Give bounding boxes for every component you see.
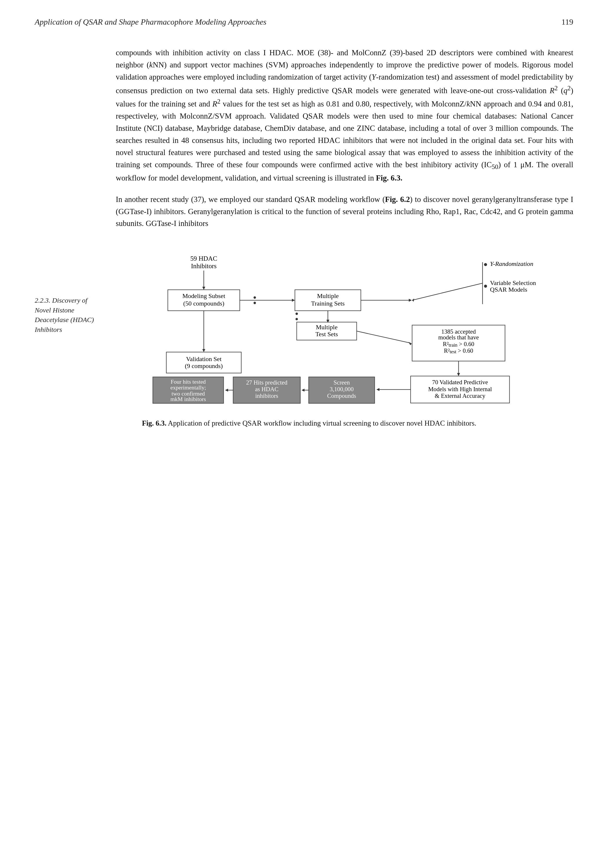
svg-text:Modeling Subset: Modeling Subset — [182, 293, 225, 300]
svg-text:Variable Selection: Variable Selection — [490, 279, 536, 287]
page-header: Application of QSAR and Shape Pharmacoph… — [0, 17, 608, 35]
svg-marker-57 — [225, 389, 228, 391]
svg-point-25 — [484, 263, 487, 266]
svg-text:(50 compounds): (50 compounds) — [183, 300, 224, 307]
svg-point-20 — [295, 318, 298, 320]
svg-line-23 — [357, 331, 410, 343]
svg-text:Multiple: Multiple — [317, 293, 338, 300]
svg-marker-64 — [202, 349, 205, 352]
svg-text:inhibitors: inhibitors — [255, 393, 278, 399]
svg-marker-3 — [202, 287, 205, 290]
svg-text:QSAR Models: QSAR Models — [490, 286, 527, 293]
svg-text:Four hits tested: Four hits tested — [171, 378, 205, 385]
svg-point-27 — [484, 285, 487, 288]
svg-text:Inhibitors: Inhibitors — [191, 262, 216, 270]
sidebar: 2.2.3. Discovery of Novel Histone Deacet… — [35, 47, 116, 429]
figure-container: 59 HDAC Inhibitors Modeling Subset (50 c… — [116, 244, 573, 429]
main-text: compounds with inhibition activity on cl… — [116, 47, 573, 429]
figure-caption-bold: Fig. 6.3. — [142, 419, 167, 427]
svg-marker-15 — [409, 299, 411, 302]
svg-text:27 Hits predicted: 27 Hits predicted — [246, 379, 287, 386]
svg-text:1385 accepted: 1385 accepted — [441, 329, 476, 335]
content-area: 2.2.3. Discovery of Novel Histone Deacet… — [0, 35, 608, 429]
svg-text:Compounds: Compounds — [327, 393, 356, 400]
svg-text:R²train > 0.60: R²train > 0.60 — [443, 341, 474, 348]
svg-marker-32 — [412, 299, 414, 302]
main-paragraph: compounds with inhibition activity on cl… — [116, 47, 573, 184]
figure-caption-text: Application of predictive QSAR workflow … — [166, 419, 476, 427]
svg-text:& External Accuracy: & External Accuracy — [435, 393, 485, 400]
svg-text:mkM inhibitors: mkM inhibitors — [170, 396, 206, 402]
svg-text:59 HDAC: 59 HDAC — [190, 255, 217, 262]
figure-caption: Fig. 6.3. Application of predictive QSAR… — [142, 418, 547, 429]
svg-marker-24 — [408, 342, 411, 345]
second-paragraph: In another recent study (37), we employe… — [116, 194, 573, 230]
svg-text:Validation Set: Validation Set — [186, 356, 221, 363]
page-number: 119 — [561, 17, 573, 26]
svg-text:as HDAC: as HDAC — [255, 386, 278, 392]
header-title: Application of QSAR and Shape Pharmacoph… — [35, 17, 267, 26]
svg-text:Test Sets: Test Sets — [315, 331, 338, 338]
svg-marker-45 — [376, 388, 379, 391]
svg-text:Y-Randomization: Y-Randomization — [490, 260, 533, 267]
sidebar-section-title: 2.2.3. Discovery of Novel Histone Deacet… — [35, 296, 104, 335]
svg-text:3,100,000: 3,100,000 — [330, 386, 354, 392]
svg-text:models that have: models that have — [438, 335, 479, 341]
svg-marker-8 — [292, 299, 295, 302]
figure-diagram: 59 HDAC Inhibitors Modeling Subset (50 c… — [142, 244, 547, 412]
svg-point-9 — [253, 296, 256, 299]
page: Application of QSAR and Shape Pharmacoph… — [0, 0, 608, 868]
svg-marker-51 — [301, 389, 304, 391]
svg-text:Models with High Internal: Models with High Internal — [428, 386, 492, 393]
svg-text:70 Validated Predictive: 70 Validated Predictive — [432, 379, 488, 385]
svg-point-10 — [253, 302, 256, 304]
svg-point-19 — [295, 313, 298, 315]
svg-marker-39 — [457, 373, 460, 376]
svg-text:Screen: Screen — [333, 379, 350, 386]
svg-line-31 — [412, 283, 482, 300]
svg-text:Training Sets: Training Sets — [311, 300, 345, 307]
svg-text:Multiple: Multiple — [316, 324, 337, 331]
svg-text:(9 compounds): (9 compounds) — [185, 363, 223, 369]
svg-text:experimentally;: experimentally; — [170, 384, 206, 391]
svg-text:R²test > 0.60: R²test > 0.60 — [444, 347, 473, 355]
